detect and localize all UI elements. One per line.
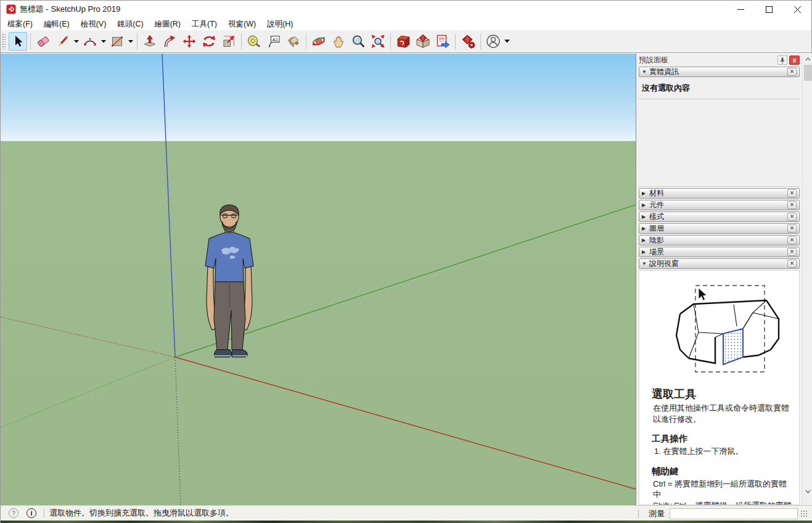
drawing-axes [1,54,636,505]
select-tool-button[interactable] [9,32,27,51]
line-tool-dropdown[interactable] [73,32,80,51]
info-icon[interactable]: i [27,508,36,518]
rectangle-tool-button[interactable] [108,32,126,51]
3d-warehouse-button[interactable] [394,32,412,51]
instructor-modifier-ctrl: Ctrl = 將實體新增到一組所選取的實體中 [653,479,792,500]
paint-bucket-tool-button[interactable] [284,32,303,51]
push-pull-icon [142,34,157,49]
extension-manager-button[interactable] [459,32,477,51]
scenes-close-icon[interactable]: ✕ [787,248,797,256]
instructor-modifier-shift-ctrl: Shift+Ctrl = 將實體從一組所選取的實體中除去 [653,500,792,505]
sign-in-button[interactable] [484,32,502,51]
pencil-icon [55,34,70,49]
tape-measure-icon [247,34,261,49]
rotate-icon [202,34,216,49]
entity-info-empty-message: 沒有選取內容 [639,78,800,99]
instructor-steps-heading: 工具操作 [652,433,794,445]
svg-text:A1: A1 [273,37,279,43]
model-viewport[interactable] [1,54,636,505]
tray-content: ▼ 實體資訊 ✕ 沒有選取內容 ▶ 材料 ✕ ▶ 元件 ✕ [639,67,800,505]
pan-tool-button[interactable] [329,32,348,51]
text-tool-button[interactable]: A1 [265,32,283,51]
rectangle-tool-dropdown[interactable] [127,32,134,51]
titlebar: 無標題 - SketchUp Pro 2019 [1,1,811,18]
menu-view[interactable]: 檢視(V) [75,18,112,31]
components-close-icon[interactable]: ✕ [787,201,797,209]
sign-in-dropdown[interactable] [503,32,511,51]
cursor-icon [699,288,707,300]
scale-tool-button[interactable] [219,32,238,51]
collapse-triangle-icon: ▼ [642,261,649,266]
scenes-panel-header[interactable]: ▶ 場景 ✕ [639,247,800,257]
extension-warehouse-button[interactable] [414,32,432,51]
rotate-tool-button[interactable] [200,32,218,51]
tray-close-icon[interactable]: x [789,56,800,65]
extension-warehouse-icon [415,33,431,49]
instructor-modifiers-heading: 輔助鍵 [652,466,794,477]
menu-window[interactable]: 視窗(W) [223,18,261,31]
styles-close-icon[interactable]: ✕ [787,213,797,221]
resize-grip-icon[interactable] [800,510,808,517]
move-tool-button[interactable] [180,32,199,51]
zoom-tool-button[interactable] [349,32,367,51]
menu-tools[interactable]: 工具(T) [186,18,223,31]
send-to-layout-button[interactable] [433,32,452,51]
instructor-panel-header[interactable]: ▼ 說明視窗 ✕ [639,258,800,269]
window-title: 無標題 - SketchUp Pro 2019 [20,4,120,15]
menu-help[interactable]: 說明(H) [261,18,298,31]
sketchup-window: 無標題 - SketchUp Pro 2019 檔案(F) 編輯(E) 檢視(V… [0,0,812,523]
toolbar-drag-handle[interactable] [2,33,6,49]
components-panel-header[interactable]: ▶ 元件 ✕ [639,200,800,210]
minimize-button[interactable] [726,1,755,18]
maximize-button[interactable] [755,1,783,18]
menu-edit[interactable]: 編輯(E) [38,18,75,31]
tape-measure-tool-button[interactable] [245,32,263,51]
zoom-extents-button[interactable] [369,32,387,51]
geolocation-icon[interactable]: ? [9,508,18,518]
push-pull-tool-button[interactable] [141,32,159,51]
layers-panel-header[interactable]: ▶ 圖層 ✕ [639,223,800,234]
instructor-heading: 選取工具 [652,387,794,402]
materials-close-icon[interactable]: ✕ [787,189,797,197]
menu-camera[interactable]: 鏡頭(C) [112,18,149,31]
scroll-down-icon[interactable] [803,487,812,496]
scale-figure [205,205,253,357]
tray-scrollbar[interactable] [802,54,812,505]
menu-file[interactable]: 檔案(F) [2,18,38,31]
main-area: 預設面板 x ▼ 實體資訊 ✕ 沒有選取內容 ▶ [1,54,812,505]
account-icon [485,33,501,49]
orbit-tool-button[interactable] [310,32,328,51]
eraser-tool-button[interactable] [34,32,52,51]
follow-me-icon [162,34,177,49]
instructor-close-icon[interactable]: ✕ [787,260,797,268]
menu-draw[interactable]: 繪圖(R) [149,18,186,31]
pin-icon[interactable] [777,56,787,65]
move-icon [182,34,197,49]
line-tool-button[interactable] [54,32,72,51]
scroll-up-icon[interactable] [803,54,812,64]
expand-triangle-icon: ▶ [642,191,649,196]
shadows-close-icon[interactable]: ✕ [787,236,797,244]
arc-tool-dropdown[interactable] [100,32,107,51]
extension-manager-icon [460,33,476,49]
arc-tool-button[interactable] [81,32,99,51]
send-to-layout-icon [435,33,451,49]
select-cursor-icon [10,34,25,49]
instructor-panel: 選取工具 在使用其他操作工具或命令時選取實體以進行修改。 工具操作 1. 在實體… [639,270,800,505]
entity-info-header[interactable]: ▼ 實體資訊 ✕ [639,67,800,77]
3d-warehouse-icon [395,33,411,49]
default-panel-tray: 預設面板 x ▼ 實體資訊 ✕ 沒有選取內容 ▶ [636,54,812,505]
materials-panel-header[interactable]: ▶ 材料 ✕ [639,188,800,199]
sketchup-logo-icon [6,4,16,14]
scrollbar-thumb[interactable] [804,65,812,81]
measurement-input[interactable] [670,508,798,519]
shadows-panel-header[interactable]: ▶ 陰影 ✕ [639,235,800,245]
layers-close-icon[interactable]: ✕ [787,224,797,233]
styles-panel-header[interactable]: ▶ 樣式 ✕ [639,212,800,222]
measurement-area: 測量 [631,506,808,521]
entity-info-close-icon[interactable]: ✕ [787,68,797,76]
close-button[interactable] [783,1,811,18]
follow-me-tool-button[interactable] [160,32,179,51]
viewport-drawing [1,54,636,505]
measurement-label: 測量 [649,508,665,519]
